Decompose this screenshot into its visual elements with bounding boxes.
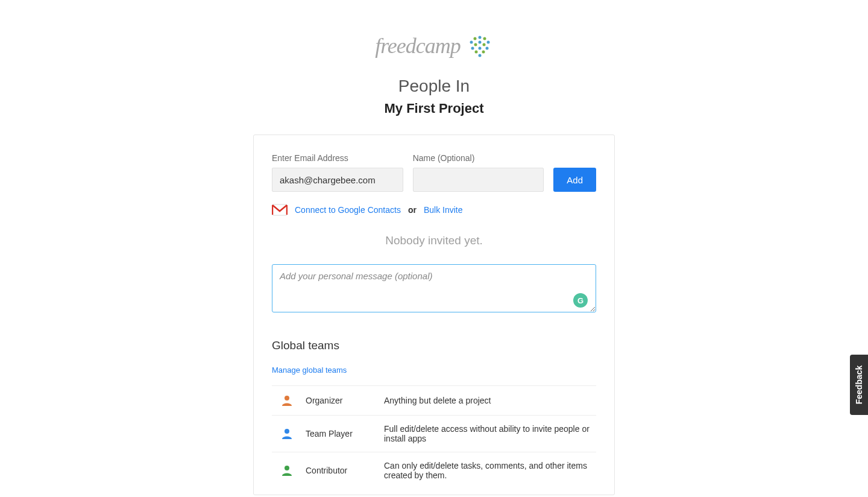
table-row: Team PlayerFull edit/delete access witho… xyxy=(272,416,596,452)
role-description: Can only edit/delete tasks, comments, an… xyxy=(380,452,596,489)
bulk-invite-link[interactable]: Bulk Invite xyxy=(424,205,463,215)
feedback-label: Feedback xyxy=(854,366,864,405)
svg-point-6 xyxy=(474,43,477,46)
role-icon-cell xyxy=(272,416,302,452)
or-separator: or xyxy=(408,205,417,215)
svg-point-17 xyxy=(285,466,289,470)
svg-point-8 xyxy=(471,47,474,50)
project-name: My First Project xyxy=(384,101,483,116)
manage-global-teams-link[interactable]: Manage global teams xyxy=(272,366,347,375)
role-icon-cell xyxy=(272,452,302,489)
brand-icon xyxy=(467,34,493,58)
svg-point-11 xyxy=(474,51,477,54)
role-description: Full edit/delete access without ability … xyxy=(380,416,596,452)
page-title: People In xyxy=(398,77,470,96)
svg-point-5 xyxy=(478,41,481,44)
personal-message-textarea[interactable] xyxy=(272,264,596,312)
role-name: Team Player xyxy=(302,416,380,452)
svg-point-13 xyxy=(478,54,481,57)
invite-card: Enter Email Address Name (Optional) Add … xyxy=(253,135,615,495)
brand-wordmark: freedcamp xyxy=(375,33,461,59)
name-label: Name (Optional) xyxy=(413,153,544,163)
person-icon xyxy=(275,428,298,440)
empty-state-text: Nobody invited yet. xyxy=(272,234,596,247)
email-label: Enter Email Address xyxy=(272,153,403,163)
add-button[interactable]: Add xyxy=(553,168,596,192)
svg-point-3 xyxy=(470,41,473,44)
role-name: Contributor xyxy=(302,452,380,489)
svg-point-7 xyxy=(482,43,485,46)
connect-google-link[interactable]: Connect to Google Contacts xyxy=(295,205,401,215)
svg-point-4 xyxy=(486,41,489,44)
svg-point-2 xyxy=(483,37,486,40)
svg-point-15 xyxy=(285,396,289,400)
gmail-icon xyxy=(272,204,288,216)
svg-point-10 xyxy=(478,47,481,50)
table-row: ContributorCan only edit/delete tasks, c… xyxy=(272,452,596,489)
global-teams-heading: Global teams xyxy=(272,339,596,352)
svg-point-16 xyxy=(285,429,289,434)
grammarly-icon[interactable] xyxy=(573,293,588,308)
svg-point-1 xyxy=(473,37,476,40)
email-input[interactable] xyxy=(272,168,403,192)
name-input[interactable] xyxy=(413,168,544,192)
brand-logo: freedcamp xyxy=(375,33,493,59)
table-row: OrganizerAnything but delete a project xyxy=(272,386,596,416)
person-icon xyxy=(275,464,298,476)
svg-point-12 xyxy=(482,51,485,54)
roles-table: OrganizerAnything but delete a projectTe… xyxy=(272,385,596,489)
svg-point-0 xyxy=(478,36,481,39)
person-icon xyxy=(275,394,298,407)
role-icon-cell xyxy=(272,386,302,416)
feedback-tab[interactable]: Feedback xyxy=(850,355,868,415)
svg-point-9 xyxy=(485,47,488,50)
role-description: Anything but delete a project xyxy=(380,386,596,416)
role-name: Organizer xyxy=(302,386,380,416)
